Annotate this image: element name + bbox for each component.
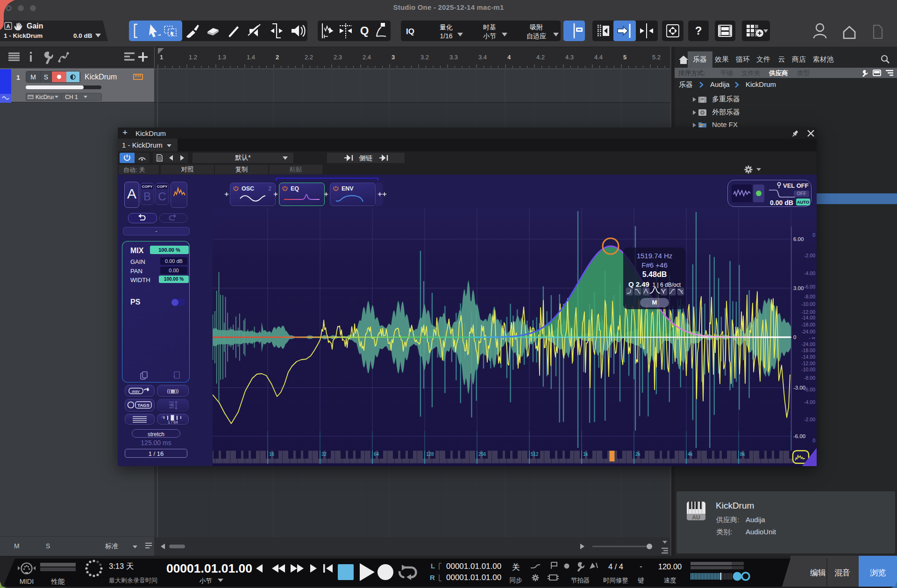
svg-text:-8.00: -8.00 — [804, 294, 815, 299]
svg-text:-10.00: -10.00 — [801, 367, 815, 372]
svg-text:4 / 4: 4 / 4 — [608, 562, 623, 571]
svg-text:256: 256 — [478, 452, 486, 457]
svg-text:2k: 2k — [635, 452, 641, 457]
svg-text:1 / 64: 1 / 64 — [168, 420, 178, 425]
svg-text:2: 2 — [268, 185, 271, 192]
svg-text:0: 0 — [793, 334, 796, 340]
svg-text:1.3: 1.3 — [218, 54, 226, 61]
svg-text:1.2: 1.2 — [189, 54, 197, 61]
svg-text:16: 16 — [269, 452, 275, 457]
svg-text:3.00: 3.00 — [793, 285, 804, 291]
svg-text:R: R — [430, 574, 435, 581]
svg-text:1.4: 1.4 — [247, 54, 255, 61]
svg-text:120.00: 120.00 — [658, 562, 682, 571]
svg-text:2.3: 2.3 — [334, 54, 342, 61]
svg-text:EQ: EQ — [291, 185, 299, 192]
svg-text:0: 0 — [812, 438, 815, 443]
svg-text:((▦)): ((▦)) — [167, 388, 178, 394]
svg-text:- ∞: - ∞ — [809, 335, 815, 340]
svg-text:4: 4 — [507, 54, 511, 61]
svg-text:Q: Q — [360, 24, 369, 37]
svg-text:.wav: .wav — [131, 389, 140, 394]
svg-text:4.4: 4.4 — [594, 54, 603, 61]
svg-text:MIDI: MIDI — [20, 578, 34, 585]
svg-text:128: 128 — [426, 452, 434, 457]
svg-text:-4.00: -4.00 — [804, 270, 815, 276]
svg-text:节拍器: 节拍器 — [571, 577, 590, 584]
svg-text:8k: 8k — [740, 452, 746, 457]
svg-text:?: ? — [695, 24, 702, 37]
svg-text:键: 键 — [637, 577, 644, 584]
svg-text:00001.01.01.00: 00001.01.01.00 — [446, 573, 501, 582]
svg-text:3.4: 3.4 — [478, 54, 487, 61]
svg-text:IQ: IQ — [406, 27, 414, 36]
svg-text:关: 关 — [512, 563, 520, 572]
svg-text:-2.00: -2.00 — [804, 417, 815, 422]
svg-text:5.2: 5.2 — [652, 54, 661, 61]
svg-text:A: A — [161, 415, 164, 418]
svg-text:512: 512 — [531, 452, 539, 457]
svg-text:4.2: 4.2 — [536, 54, 545, 61]
svg-text:量化: 量化 — [440, 23, 453, 31]
svg-text:6.00: 6.00 — [793, 236, 804, 242]
svg-text:自适应: 自适应 — [527, 32, 546, 40]
svg-text:-6.00: -6.00 — [804, 387, 815, 392]
svg-text:1/16: 1/16 — [440, 32, 452, 40]
svg-text:TAGS: TAGS — [137, 403, 150, 408]
svg-text:吸附: 吸附 — [530, 23, 543, 31]
svg-text:3.3: 3.3 — [449, 54, 458, 61]
svg-text:-14.00: -14.00 — [801, 354, 815, 360]
svg-text:性能: 性能 — [51, 578, 65, 585]
svg-text:混音: 混音 — [834, 568, 850, 577]
svg-text:时间修整: 时间修整 — [603, 577, 628, 584]
svg-text:2: 2 — [276, 54, 279, 61]
svg-text:-24.00: -24.00 — [801, 341, 815, 347]
svg-text:-12.00: -12.00 — [801, 309, 815, 315]
svg-text:3: 3 — [392, 54, 395, 61]
svg-text:-18.00: -18.00 — [801, 322, 815, 327]
svg-text:-4.00: -4.00 — [804, 399, 815, 405]
svg-text:-: - — [640, 562, 642, 570]
svg-text:-6.00: -6.00 — [793, 433, 805, 439]
svg-text:速度: 速度 — [664, 577, 676, 584]
svg-text:L: L — [431, 562, 435, 570]
svg-text:最大剩余录音时间: 最大剩余录音时间 — [109, 577, 157, 584]
svg-text:编辑: 编辑 — [810, 568, 826, 577]
svg-text:浏览: 浏览 — [870, 568, 886, 577]
svg-text:1k: 1k — [583, 452, 589, 457]
svg-text:小节: 小节 — [199, 577, 213, 584]
svg-text:-14.00: -14.00 — [801, 315, 815, 320]
svg-text:ENV: ENV — [342, 185, 354, 192]
svg-text:时基: 时基 — [483, 23, 496, 31]
svg-text:0: 0 — [812, 232, 815, 238]
svg-text:-18.00: -18.00 — [801, 347, 815, 353]
svg-text:4.3: 4.3 — [565, 54, 574, 61]
svg-text:2.2: 2.2 — [305, 54, 313, 61]
svg-text:OSC: OSC — [242, 185, 254, 192]
svg-text:64: 64 — [374, 452, 379, 457]
svg-text:5: 5 — [623, 54, 626, 61]
svg-text:3.2: 3.2 — [420, 54, 429, 61]
svg-text:00001.01.01.00: 00001.01.01.00 — [446, 562, 501, 571]
svg-text:-8.00: -8.00 — [804, 375, 815, 381]
svg-text:-24.00: -24.00 — [801, 329, 815, 334]
svg-text:2.4: 2.4 — [363, 54, 371, 61]
svg-text:同步: 同步 — [510, 577, 523, 584]
svg-text:4k: 4k — [688, 452, 693, 457]
svg-text:00001.01.01.00: 00001.01.01.00 — [166, 561, 252, 575]
svg-text:-6.00: -6.00 — [804, 284, 815, 290]
svg-text:-10.00: -10.00 — [801, 301, 815, 307]
svg-text:1: 1 — [160, 54, 163, 61]
svg-text:-2.00: -2.00 — [804, 253, 815, 258]
svg-text:32: 32 — [321, 452, 327, 457]
svg-text:3:13 天: 3:13 天 — [109, 562, 134, 570]
svg-text:AU: AU — [692, 514, 700, 520]
svg-text:小节: 小节 — [483, 32, 496, 40]
svg-text:-12.00: -12.00 — [801, 361, 815, 366]
